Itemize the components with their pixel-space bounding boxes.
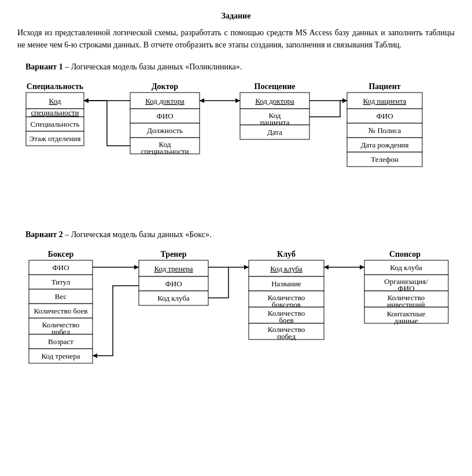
svg-text:побед: побед: [277, 332, 296, 341]
svg-text:Должность: Должность: [147, 126, 183, 135]
svg-text:Код клуба: Код клуба: [157, 294, 190, 302]
svg-text:специальности: специальности: [31, 108, 79, 117]
svg-text:Код клуба: Код клуба: [270, 264, 303, 273]
svg-text:Код пациента: Код пациента: [363, 97, 407, 105]
svg-text:ФИО: ФИО: [376, 112, 393, 120]
svg-text:Посещение: Посещение: [255, 82, 296, 91]
variant2-svg: Боксер ФИО Титул Вес Количество боев Кол…: [23, 246, 463, 426]
svg-text:Тренер: Тренер: [161, 250, 187, 259]
svg-text:Этаж отделения: Этаж отделения: [30, 134, 81, 143]
svg-text:Клуб: Клуб: [277, 250, 296, 259]
svg-text:Специальность: Специальность: [31, 120, 80, 128]
svg-marker-91: [360, 265, 364, 270]
svg-text:Вес: Вес: [55, 292, 67, 301]
svg-text:Название: Название: [271, 279, 301, 288]
svg-text:Доктор: Доктор: [152, 82, 178, 91]
svg-text:данные: данные: [394, 316, 418, 325]
svg-marker-46: [84, 98, 89, 103]
svg-text:Код тренера: Код тренера: [41, 352, 80, 360]
svg-marker-90: [324, 265, 329, 270]
variant1-svg: Специальность Код специальности Специаль…: [23, 79, 463, 212]
svg-text:Код: Код: [49, 97, 61, 105]
svg-text:специальности: специальности: [141, 147, 189, 156]
svg-text:Дата рождения: Дата рождения: [360, 141, 408, 149]
svg-text:Боксер: Боксер: [48, 250, 74, 259]
svg-marker-65: [134, 265, 139, 270]
section-title: Задание: [17, 12, 455, 21]
svg-text:ФИО: ФИО: [52, 263, 69, 272]
svg-marker-74: [244, 265, 249, 270]
svg-text:Дата: Дата: [267, 128, 282, 136]
svg-text:Код тренера: Код тренера: [154, 264, 193, 273]
intro-text: Исходя из представленной логической схем…: [17, 27, 455, 51]
svg-text:Код доктора: Код доктора: [145, 97, 185, 105]
svg-text:Код доктора: Код доктора: [255, 97, 294, 105]
svg-text:Титул: Титул: [51, 278, 71, 286]
svg-text:Специальность: Специальность: [27, 82, 84, 91]
svg-text:Пациент: Пациент: [368, 82, 400, 91]
variant2-diagram: Боксер ФИО Титул Вес Количество боев Кол…: [23, 246, 455, 428]
variant2-title: Вариант 2 – Логическая модель базы данны…: [17, 230, 455, 239]
svg-text:Телефон: Телефон: [371, 155, 399, 164]
svg-marker-63: [93, 353, 97, 358]
variant1-diagram: Специальность Код специальности Специаль…: [23, 79, 455, 214]
svg-text:ФИО: ФИО: [165, 279, 182, 288]
svg-marker-45: [342, 98, 347, 103]
svg-marker-22: [235, 98, 240, 103]
svg-text:№ Полиса: № Полиса: [368, 126, 401, 135]
svg-text:Возраст: Возраст: [48, 337, 73, 346]
svg-text:Спонсор: Спонсор: [389, 250, 421, 259]
svg-text:Код клуба: Код клуба: [390, 263, 422, 272]
svg-text:ФИО: ФИО: [156, 112, 173, 120]
svg-marker-23: [200, 98, 204, 103]
svg-text:Количество боев: Количество боев: [34, 307, 88, 315]
variant1-title: Вариант 1 – Логическая модель базы данны…: [17, 62, 455, 72]
